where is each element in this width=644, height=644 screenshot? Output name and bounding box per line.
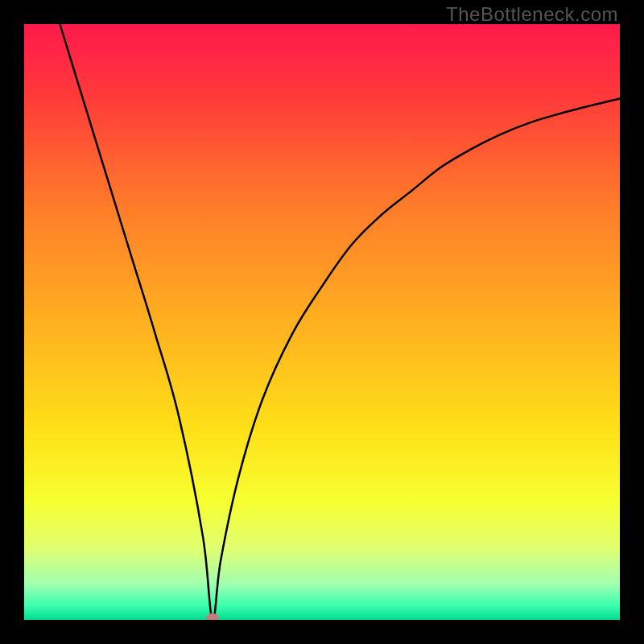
bottleneck-curve [60,24,620,620]
minimum-marker [206,613,219,620]
chart-curve-layer [24,24,620,620]
plot-area [24,24,620,620]
chart-container: TheBottleneck.com [0,0,644,644]
watermark-text: TheBottleneck.com [446,3,618,26]
